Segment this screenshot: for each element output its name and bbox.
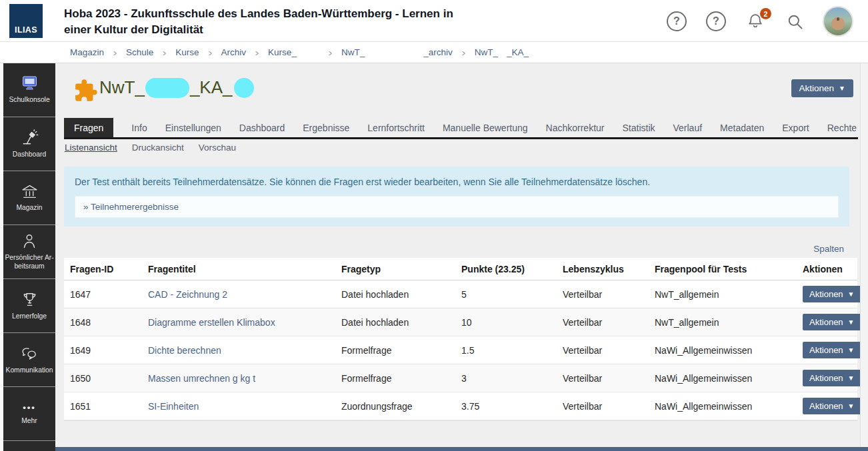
user-avatar[interactable]: [823, 6, 853, 37]
col-punkte: Punkte (23.25): [455, 264, 557, 274]
table-row: 1651 SI-Einheiten Zuordnungsfrage 3.75 V…: [64, 392, 857, 420]
scrollbar[interactable]: [860, 63, 868, 451]
tab-fragen[interactable]: Fragen: [64, 118, 113, 137]
subtab-bar: Listenansicht Druckansicht Vorschau: [65, 143, 236, 153]
question-points: 1.5: [455, 345, 557, 356]
sidebar-item-persoenlicher-arbeitsraum[interactable]: Persönlicher Ar- beitsraum: [3, 225, 55, 279]
notifications-button[interactable]: 2: [744, 10, 767, 33]
row-actions-button[interactable]: Aktionen▼: [803, 370, 861, 386]
spalten-link[interactable]: Spalten: [813, 244, 844, 254]
caret-down-icon: ▼: [848, 291, 855, 298]
row-actions-button[interactable]: Aktionen▼: [803, 342, 861, 358]
row-actions-button[interactable]: Aktionen▼: [803, 314, 861, 330]
tab-einstellungen[interactable]: Einstellungen: [165, 118, 221, 137]
tab-export[interactable]: Export: [782, 118, 809, 137]
support-button[interactable]: ?: [705, 10, 727, 33]
chevron-right-icon: ›: [113, 47, 117, 58]
breadcrumb-item-kurse[interactable]: Kurse: [175, 47, 199, 57]
redaction-blob: [145, 78, 189, 98]
help-circle-icon: ?: [706, 11, 726, 31]
question-title-link[interactable]: CAD - Zeichnung 2: [142, 289, 335, 300]
col-fragenpool: Fragenpool für Tests: [649, 264, 797, 274]
chevron-right-icon: ›: [328, 47, 333, 58]
repository-building-icon: [21, 184, 39, 199]
question-type: Datei hochladen: [335, 289, 455, 300]
page-title: NwT__KA_: [99, 77, 254, 98]
chat-bubbles-icon: [21, 345, 39, 362]
ellipsis-icon: •••: [23, 402, 36, 412]
tab-rechte[interactable]: Rechte: [827, 118, 857, 137]
trophy-icon: [21, 291, 38, 308]
breadcrumb-item-magazin[interactable]: Magazin: [70, 47, 104, 57]
question-lifecycle: Verteilbar: [557, 317, 649, 328]
tab-manuelle-bewertung[interactable]: Manuelle Bewertung: [443, 118, 528, 137]
table-row: 1647 CAD - Zeichnung 2 Datei hochladen 5…: [64, 280, 857, 308]
row-actions-button[interactable]: Aktionen▼: [803, 398, 861, 414]
console-icon: [21, 75, 39, 91]
question-type: Formelfrage: [335, 373, 455, 384]
question-id: 1651: [64, 401, 142, 412]
sidebar-item-dashboard[interactable]: Dashboard: [3, 117, 55, 171]
question-id: 1647: [64, 289, 142, 300]
table-row: 1650 Massen umrechnen g kg t Formelfrage…: [64, 364, 857, 392]
question-title-link[interactable]: Dichte berechnen: [142, 345, 335, 356]
top-header: ILIAS Hoba 2023 - Zukunftsschule des Lan…: [0, 0, 868, 42]
page-actions-button[interactable]: Aktionen▼: [791, 79, 853, 97]
sidebar-spacer: [3, 441, 55, 451]
breadcrumb-item-archiv[interactable]: Archiv: [221, 47, 247, 57]
tab-ergebnisse[interactable]: Ergebnisse: [303, 118, 349, 137]
search-icon: [786, 13, 804, 31]
caret-down-icon: ▼: [839, 85, 845, 92]
search-button[interactable]: [783, 10, 806, 33]
breadcrumb-item-schule[interactable]: Schule: [126, 47, 153, 57]
sidebar-item-magazin[interactable]: Magazin: [3, 171, 55, 225]
table-header-row: Fragen-ID Fragentitel Fragetyp Punkte (2…: [64, 258, 857, 280]
question-points: 10: [455, 317, 557, 328]
tab-metadaten[interactable]: Metadaten: [720, 118, 764, 137]
subtab-vorschau[interactable]: Vorschau: [199, 143, 236, 153]
subtab-druckansicht[interactable]: Druckansicht: [132, 143, 184, 153]
sidebar-item-lernerfolge[interactable]: Lernerfolge: [3, 279, 55, 333]
question-id: 1649: [64, 345, 142, 356]
notification-count-badge: 2: [760, 8, 771, 19]
col-fragetyp: Fragetyp: [335, 264, 455, 274]
teilnehmerergebnisse-link[interactable]: » Teilnehmerergebnisse: [75, 196, 839, 218]
breadcrumb-item-nwt-archiv[interactable]: NwT__archiv: [341, 47, 453, 57]
footer-accent-bar: [55, 447, 868, 451]
tab-dashboard[interactable]: Dashboard: [239, 118, 285, 137]
question-type: Formelfrage: [335, 345, 455, 356]
caret-down-icon: ▼: [848, 403, 855, 410]
help-button[interactable]: ?: [665, 10, 688, 33]
question-points: 3: [455, 373, 557, 384]
col-aktionen: Aktionen: [797, 264, 857, 274]
question-id: 1648: [64, 317, 142, 328]
question-title-link[interactable]: Massen umrechnen g kg t: [142, 373, 335, 384]
question-points: 5: [455, 289, 557, 300]
question-pool: NaWi_Allgemeinwissen: [649, 401, 797, 412]
col-lebenszyklus: Lebenszyklus: [557, 264, 649, 274]
question-title-link[interactable]: Diagramme erstellen Klimabox: [142, 317, 335, 328]
question-lifecycle: Verteilbar: [557, 345, 649, 356]
breadcrumb-item-nwt-ka[interactable]: NwT__KA_: [475, 47, 529, 57]
tab-info[interactable]: Info: [131, 118, 147, 137]
tab-statistik[interactable]: Statistik: [622, 118, 655, 137]
row-actions-button[interactable]: Aktionen▼: [803, 286, 861, 302]
sidebar-item-mehr[interactable]: ••• Mehr: [3, 387, 55, 441]
question-lifecycle: Verteilbar: [557, 289, 649, 300]
sidebar-item-kommunikation[interactable]: Kommunikation: [3, 333, 55, 387]
chevron-right-icon: ›: [255, 47, 259, 58]
tab-lernfortschritt[interactable]: Lernfortschritt: [367, 118, 425, 137]
question-points: 3.75: [455, 401, 557, 412]
caret-down-icon: ▼: [848, 319, 855, 326]
breadcrumb-item-kurse-redacted[interactable]: Kurse_: [268, 47, 319, 57]
ilias-logo[interactable]: ILIAS: [9, 4, 43, 38]
tab-verlauf[interactable]: Verlauf: [673, 118, 703, 137]
redaction-blob: [234, 78, 254, 98]
question-title-link[interactable]: SI-Einheiten: [142, 401, 335, 412]
tab-nachkorrektur[interactable]: Nachkorrektur: [546, 118, 605, 137]
ilias-logo-text: ILIAS: [15, 25, 37, 35]
sidebar-item-schulkonsole[interactable]: Schulkonsole: [3, 63, 55, 117]
subtab-listenansicht[interactable]: Listenansicht: [65, 143, 117, 153]
caret-down-icon: ▼: [848, 375, 855, 382]
installation-title: Hoba 2023 - Zukunftsschule des Landes Ba…: [64, 6, 454, 38]
